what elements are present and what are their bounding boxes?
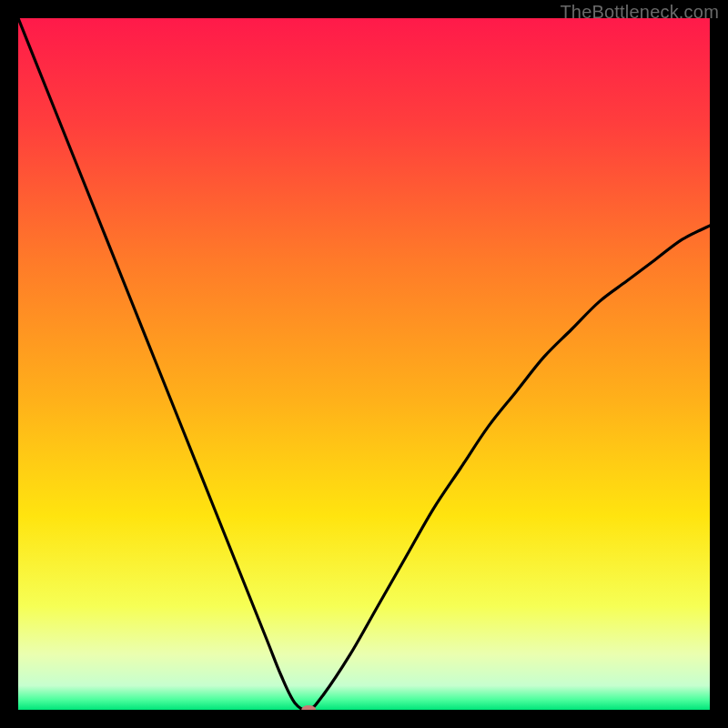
chart-frame: TheBottleneck.com (0, 0, 728, 728)
gradient-background (18, 18, 710, 710)
plot-area (18, 18, 710, 710)
plot-svg (18, 18, 710, 710)
watermark-text: TheBottleneck.com (560, 2, 719, 23)
